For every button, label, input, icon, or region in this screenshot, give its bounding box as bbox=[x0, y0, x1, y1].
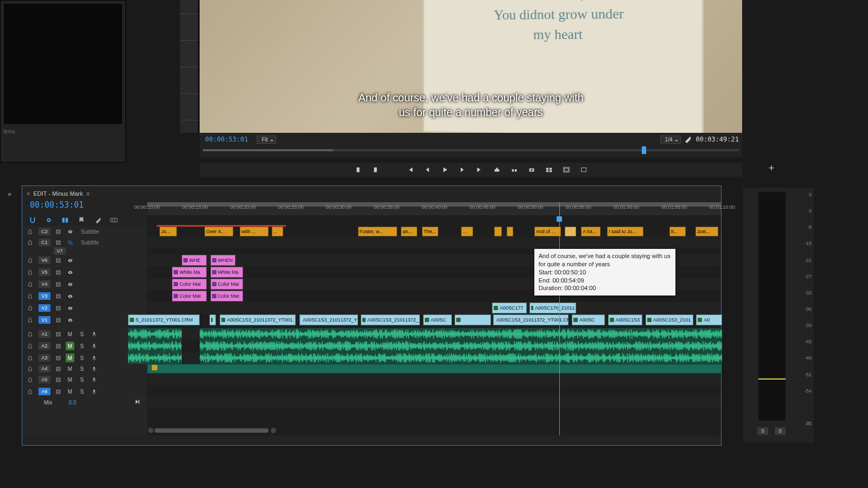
lock-icon[interactable] bbox=[25, 387, 34, 396]
mark-out-button[interactable] bbox=[371, 165, 380, 174]
settings-icon[interactable] bbox=[683, 135, 692, 144]
clip[interactable]: A00SC bbox=[572, 314, 605, 325]
skip-icon[interactable] bbox=[134, 399, 141, 406]
panel-expand-icon[interactable]: » bbox=[8, 190, 11, 198]
solo-button[interactable]: S bbox=[78, 387, 86, 396]
audio-clip[interactable] bbox=[128, 340, 182, 352]
clip[interactable]: Just... bbox=[695, 227, 718, 236]
toggle-visibility-icon[interactable] bbox=[66, 316, 74, 324]
track-target[interactable]: V7 bbox=[54, 247, 66, 255]
tab-menu-icon[interactable]: ≡ bbox=[86, 190, 88, 197]
audio-clip[interactable] bbox=[128, 328, 182, 340]
clip[interactable]: A00SC1S3_2101 bbox=[646, 314, 693, 325]
source-monitor[interactable] bbox=[4, 4, 122, 124]
mix-row[interactable]: Mix0.0 bbox=[22, 397, 147, 407]
clip[interactable]: I said to Jo... bbox=[607, 227, 643, 236]
voiceover-icon[interactable] bbox=[90, 342, 98, 350]
clip[interactable]: ... bbox=[272, 227, 283, 236]
track-target[interactable]: V5 bbox=[39, 268, 50, 276]
timeline-timecode[interactable]: 00:00:53:01 bbox=[30, 200, 84, 210]
sync-lock-icon[interactable] bbox=[54, 330, 62, 338]
track-target[interactable]: A2 bbox=[39, 342, 50, 350]
voiceover-icon[interactable] bbox=[90, 387, 98, 396]
marker-icon[interactable] bbox=[78, 216, 86, 225]
mute-button[interactable]: M bbox=[66, 354, 74, 362]
voiceover-icon[interactable] bbox=[90, 354, 98, 362]
track-header-V7[interactable]: V7 bbox=[22, 249, 147, 253]
clip[interactable]: A00SC170_21011 bbox=[529, 303, 577, 313]
clip[interactable]: Color Mat bbox=[172, 279, 207, 290]
solo-button[interactable]: S bbox=[78, 375, 86, 384]
program-monitor[interactable]: a minute,You didnot grow undermy heart A… bbox=[200, 0, 742, 133]
toggle-visibility-icon[interactable] bbox=[66, 238, 74, 247]
clip[interactable]: A00SC1S3_21011372_YT0 bbox=[299, 314, 358, 325]
mix-value[interactable]: 0.0 bbox=[69, 400, 76, 406]
lift-button[interactable] bbox=[493, 165, 501, 174]
sync-lock-icon[interactable] bbox=[54, 304, 62, 312]
clip[interactable]: White Ma bbox=[172, 267, 207, 278]
track-target[interactable]: A1 bbox=[39, 330, 50, 338]
clip[interactable]: Over 4... bbox=[205, 227, 233, 236]
solo-button[interactable]: S bbox=[78, 354, 86, 362]
lock-icon[interactable] bbox=[25, 364, 34, 373]
clip[interactable]: It... bbox=[669, 227, 686, 236]
extract-button[interactable] bbox=[510, 165, 519, 174]
linked-selection-icon[interactable] bbox=[45, 216, 54, 225]
lane-A5[interactable] bbox=[147, 374, 721, 386]
sync-lock-icon[interactable] bbox=[54, 227, 62, 236]
solo-button[interactable]: S bbox=[78, 364, 86, 373]
lock-icon[interactable] bbox=[25, 268, 34, 277]
close-tab-icon[interactable]: × bbox=[27, 190, 30, 197]
sync-lock-icon[interactable] bbox=[54, 316, 62, 324]
clip[interactable] bbox=[494, 227, 502, 236]
track-header-C2[interactable]: C2Subtitle bbox=[22, 226, 147, 237]
track-header-V4[interactable]: V4 bbox=[22, 278, 147, 290]
mute-button[interactable]: M bbox=[66, 330, 74, 338]
insert-overwrite-icon[interactable] bbox=[61, 216, 70, 225]
track-target[interactable]: V4 bbox=[39, 280, 50, 288]
clip[interactable]: The... bbox=[422, 227, 438, 236]
clip[interactable] bbox=[507, 227, 513, 236]
audio-clip[interactable] bbox=[147, 364, 722, 374]
settings-wrench-icon[interactable] bbox=[94, 216, 103, 225]
lane-V2[interactable] bbox=[147, 302, 721, 314]
clip[interactable]: And of ... bbox=[534, 227, 561, 236]
clip[interactable]: Color Mat bbox=[210, 279, 243, 290]
sync-lock-icon[interactable] bbox=[54, 354, 62, 362]
clip[interactable]: WHE bbox=[182, 255, 207, 266]
clip[interactable]: an... bbox=[401, 227, 417, 236]
track-header-C1[interactable]: C1Subtitle bbox=[22, 237, 147, 248]
go-to-in-button[interactable] bbox=[406, 165, 414, 174]
sequence-tab[interactable]: × EDIT - Minus Mark ≡ bbox=[27, 188, 88, 199]
snapshot-button[interactable] bbox=[527, 165, 536, 174]
clip[interactable]: S_21011372_YT001.CRM bbox=[128, 314, 200, 325]
toggle-visibility-icon[interactable] bbox=[66, 256, 74, 265]
track-target[interactable]: A3 bbox=[39, 354, 50, 362]
sync-lock-icon[interactable] bbox=[54, 387, 62, 396]
track-target[interactable]: V6 bbox=[39, 256, 50, 264]
safe-margins-button[interactable] bbox=[562, 165, 571, 174]
toggle-visibility-icon[interactable] bbox=[66, 268, 74, 277]
toggle-visibility-icon[interactable] bbox=[66, 304, 74, 312]
sync-lock-icon[interactable] bbox=[54, 256, 62, 265]
lane-MIX[interactable] bbox=[147, 397, 721, 407]
clip[interactable]: A00SC1S3_21011372_YT001.CRM bbox=[493, 314, 569, 325]
track-target[interactable]: A5 bbox=[39, 376, 50, 383]
clip[interactable]: White Ma bbox=[210, 267, 243, 278]
track-header-V6[interactable]: V6 bbox=[22, 254, 147, 266]
program-timecode[interactable]: 00:00:53:01 bbox=[200, 136, 253, 143]
lock-icon[interactable] bbox=[25, 342, 34, 350]
sync-lock-icon[interactable] bbox=[54, 364, 62, 373]
clip[interactable]: A00SC1S3_21011372_YT001. bbox=[220, 314, 296, 325]
track-header-A6[interactable]: A6MS bbox=[22, 386, 147, 397]
voiceover-icon[interactable] bbox=[90, 330, 98, 338]
lane-C1[interactable] bbox=[147, 237, 721, 248]
clip[interactable]: A00SC1S3 bbox=[608, 314, 643, 325]
meter-solo-left[interactable]: S bbox=[757, 427, 768, 435]
track-target[interactable]: V1 bbox=[39, 316, 50, 324]
lock-icon[interactable] bbox=[25, 238, 34, 247]
mute-button[interactable]: M bbox=[66, 387, 74, 396]
caption-track-icon[interactable]: CC bbox=[110, 216, 119, 225]
voiceover-icon[interactable] bbox=[90, 364, 98, 373]
mute-button[interactable]: M bbox=[66, 375, 74, 384]
